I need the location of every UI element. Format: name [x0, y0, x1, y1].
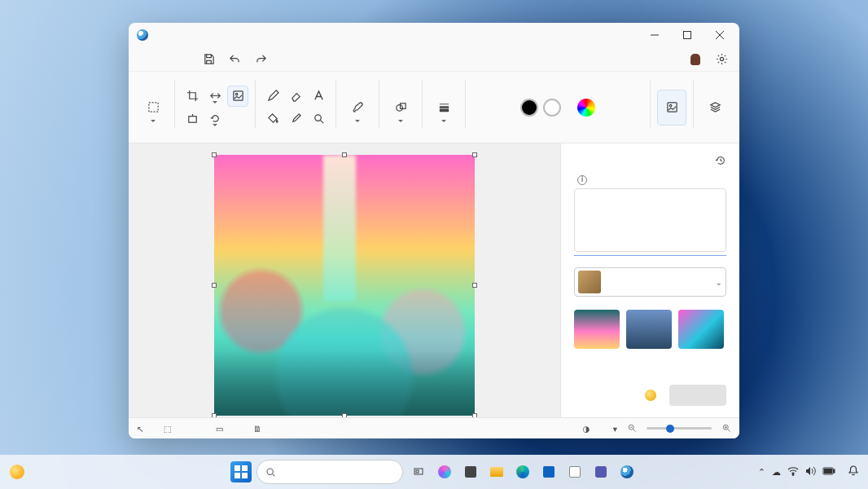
paint-window: i ⌄	[129, 23, 739, 438]
battery-icon[interactable]	[822, 467, 835, 478]
mic-icon[interactable]	[684, 49, 707, 70]
redo-button[interactable]	[249, 49, 272, 70]
magnifier-tool[interactable]	[308, 108, 329, 130]
color-1[interactable]	[520, 99, 538, 117]
chevron-down-icon: ⌄	[716, 278, 722, 287]
onedrive-icon[interactable]: ☁	[772, 467, 781, 478]
edit-colors-button[interactable]	[577, 99, 595, 117]
explorer-icon[interactable]	[486, 461, 507, 482]
svg-point-1	[720, 57, 723, 60]
notifications-icon[interactable]	[848, 465, 858, 478]
sun-icon	[10, 465, 24, 479]
ribbon	[129, 72, 739, 143]
system-tray[interactable]: ⌃ ☁	[758, 465, 858, 478]
canvas[interactable]	[214, 155, 475, 416]
resize-handle[interactable]	[212, 283, 217, 288]
color-picker-tool[interactable]	[285, 108, 306, 130]
title-bar[interactable]	[129, 23, 739, 47]
svg-point-4	[235, 93, 237, 95]
svg-point-6	[314, 115, 321, 121]
taskbar-search[interactable]	[256, 460, 403, 484]
edge-icon[interactable]	[512, 461, 533, 482]
svg-point-13	[267, 469, 273, 474]
resize-handle[interactable]	[342, 152, 347, 157]
svg-rect-2	[148, 103, 157, 112]
maximize-button[interactable]	[671, 23, 704, 47]
filesize-icon: 🗎	[253, 424, 262, 434]
group-colors	[467, 75, 648, 143]
tray-chevron-icon[interactable]: ⌃	[758, 467, 765, 478]
start-button[interactable]	[230, 461, 252, 482]
wifi-icon[interactable]	[787, 466, 799, 478]
weather-widget[interactable]	[10, 465, 29, 479]
undo-button[interactable]	[223, 49, 246, 70]
fill-tool[interactable]	[262, 108, 283, 130]
layers-button[interactable]	[700, 90, 730, 126]
store-icon[interactable]	[538, 461, 559, 482]
menu-file[interactable]	[135, 56, 148, 63]
workspace: i ⌄	[129, 143, 739, 417]
eraser-tool[interactable]	[285, 86, 306, 107]
menu-edit[interactable]	[151, 56, 164, 63]
svg-point-16	[792, 474, 794, 475]
create-button[interactable]	[669, 385, 726, 406]
shapes-tool[interactable]	[386, 90, 415, 126]
color-2[interactable]	[543, 99, 561, 117]
resize-handle[interactable]	[212, 152, 217, 157]
task-view-icon[interactable]	[408, 461, 429, 482]
resize-handle[interactable]	[472, 413, 477, 417]
rotate-tool[interactable]	[204, 108, 226, 130]
info-icon[interactable]: i	[577, 175, 587, 185]
svg-rect-0	[684, 32, 691, 39]
credits-icon	[645, 390, 656, 401]
variation-thumbnail[interactable]	[678, 310, 724, 349]
crop-tool[interactable]	[182, 86, 203, 107]
image-creator-button[interactable]	[657, 90, 686, 126]
copilot-icon[interactable]	[434, 461, 455, 482]
pencil-tool[interactable]	[262, 86, 283, 107]
group-brushes	[338, 75, 377, 143]
zoom-out-button[interactable]	[627, 423, 637, 434]
settings-button[interactable]	[710, 49, 733, 70]
size-tool[interactable]	[429, 90, 458, 126]
variation-thumbnail[interactable]	[626, 310, 672, 349]
group-image-creator	[652, 75, 691, 143]
svg-rect-5	[188, 117, 195, 123]
brush-tool[interactable]	[343, 90, 372, 126]
ai-image-tool[interactable]	[227, 86, 248, 107]
autosave-icon[interactable]: ◑	[583, 424, 590, 434]
desktop-wallpaper: i ⌄	[0, 0, 868, 489]
canvas-area[interactable]	[129, 143, 560, 417]
resize-handle[interactable]	[342, 413, 347, 417]
canvas-dims-icon: ▭	[216, 424, 224, 434]
variation-thumbnail[interactable]	[574, 310, 620, 349]
prompt-input[interactable]	[574, 188, 726, 252]
resize-handle[interactable]	[472, 152, 477, 157]
taskbar-app-icon[interactable]	[564, 461, 585, 482]
volume-icon[interactable]	[805, 466, 816, 478]
resize-handle[interactable]	[212, 413, 217, 417]
history-icon[interactable]	[715, 155, 726, 169]
rotate-left-tool[interactable]	[182, 108, 203, 130]
zoom-slider[interactable]	[647, 427, 712, 430]
style-thumbnail	[578, 271, 601, 293]
paint-app-icon	[137, 29, 148, 41]
resize-handle[interactable]	[472, 283, 477, 288]
group-selection	[134, 75, 173, 143]
group-shapes	[381, 75, 420, 143]
paint-taskbar-icon[interactable]	[616, 461, 638, 482]
save-button[interactable]	[197, 49, 220, 70]
svg-rect-19	[825, 469, 832, 473]
minimize-button[interactable]	[638, 23, 671, 47]
resize-tool[interactable]	[204, 86, 226, 107]
select-tool[interactable]	[138, 90, 168, 126]
style-select[interactable]: ⌄	[574, 267, 726, 297]
zoom-in-button[interactable]	[721, 423, 731, 434]
close-button[interactable]	[704, 23, 736, 47]
teams-icon[interactable]	[590, 461, 612, 482]
svg-rect-15	[416, 470, 419, 473]
taskbar[interactable]: ⌃ ☁	[0, 455, 868, 489]
text-tool[interactable]	[308, 86, 329, 107]
menu-view[interactable]	[168, 56, 181, 63]
taskbar-app-icon[interactable]	[460, 461, 481, 482]
